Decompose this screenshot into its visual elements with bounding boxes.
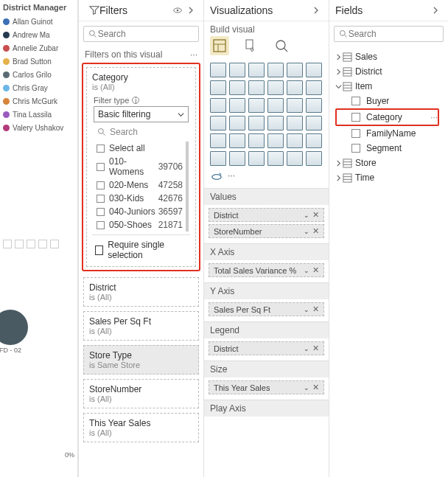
legend-item[interactable]: Brad Sutton: [3, 58, 77, 66]
table-node[interactable]: Sales: [335, 49, 442, 64]
remove-icon[interactable]: ✕: [312, 304, 319, 314]
viz-type-icon[interactable]: [306, 116, 322, 130]
viz-type-icon[interactable]: [210, 80, 226, 95]
viz-type-icon[interactable]: [267, 98, 284, 113]
viz-type-icon[interactable]: [306, 63, 322, 77]
collapse-icon[interactable]: [432, 7, 442, 14]
viz-type-icon[interactable]: [287, 80, 303, 95]
viz-type-icon[interactable]: [267, 63, 284, 77]
filter-value-row[interactable]: 040-Juniors36597: [94, 205, 186, 218]
table-node[interactable]: Store: [335, 156, 442, 170]
checkbox[interactable]: [97, 163, 105, 171]
field-pill[interactable]: District⌄✕: [209, 208, 324, 222]
viz-type-icon[interactable]: [229, 151, 245, 166]
remove-icon[interactable]: ✕: [312, 210, 319, 220]
viz-type-icon[interactable]: [248, 80, 265, 95]
filter-values-search[interactable]: Search: [94, 124, 189, 140]
legend-item[interactable]: Andrew Ma: [3, 31, 77, 39]
field-item[interactable]: FamilyName: [335, 126, 442, 141]
fields-search[interactable]: [334, 26, 444, 42]
chevron-down-icon[interactable]: ⌄: [304, 212, 309, 219]
table-node[interactable]: Time: [335, 170, 442, 185]
remove-icon[interactable]: ✕: [312, 226, 319, 236]
field-item[interactable]: Category···: [335, 108, 439, 126]
checkbox[interactable]: [97, 221, 105, 229]
collapse-icon[interactable]: [312, 7, 323, 14]
viz-type-icon[interactable]: [229, 116, 245, 130]
viz-type-icon[interactable]: [229, 98, 245, 113]
filter-value-row[interactable]: 050-Shoes21871: [94, 218, 186, 231]
viz-type-icon[interactable]: [210, 63, 226, 77]
viz-type-icon[interactable]: [248, 151, 265, 166]
checkbox[interactable]: [351, 144, 360, 153]
viz-type-icon[interactable]: [267, 151, 284, 166]
format-visual-tab[interactable]: [241, 36, 260, 55]
checkbox[interactable]: [351, 97, 360, 105]
field-pill[interactable]: District⌄✕: [209, 341, 324, 355]
field-pill[interactable]: Total Sales Variance %⌄✕: [209, 263, 324, 277]
viz-type-icon[interactable]: [306, 133, 322, 148]
visual-header-icons[interactable]: [3, 240, 59, 248]
viz-type-icon[interactable]: [306, 98, 322, 113]
viz-type-icon[interactable]: [229, 80, 245, 95]
viz-type-icon[interactable]: [287, 116, 303, 130]
legend-item[interactable]: Annelie Zubar: [3, 44, 77, 52]
checkbox[interactable]: [95, 246, 103, 255]
build-visual-tab[interactable]: [210, 36, 229, 55]
legend-item[interactable]: Carlos Grilo: [3, 71, 77, 79]
viz-type-icon[interactable]: [287, 63, 303, 77]
filter-card-category[interactable]: Category is (All) Filter type i Basic fi…: [86, 67, 196, 267]
filter-card[interactable]: StoreNumberis (All): [83, 379, 199, 408]
viz-type-icon[interactable]: [210, 98, 226, 113]
checkbox[interactable]: [97, 145, 105, 153]
legend-item[interactable]: Valery Ushakov: [3, 124, 77, 132]
chevron-down-icon[interactable]: ⌄: [304, 384, 309, 391]
viz-type-icon[interactable]: [287, 133, 303, 148]
field-pill[interactable]: StoreNumber⌄✕: [209, 224, 324, 238]
field-well[interactable]: Total Sales Variance %⌄✕: [204, 260, 329, 282]
viz-type-icon[interactable]: [306, 151, 322, 166]
filter-value-row[interactable]: 030-Kids42676: [94, 192, 186, 205]
checkbox[interactable]: [97, 181, 105, 189]
chart-bubble[interactable]: [0, 310, 28, 345]
viz-type-icon[interactable]: [248, 98, 265, 113]
filter-value-row[interactable]: 010-Womens39706: [94, 155, 186, 178]
field-well[interactable]: [204, 417, 329, 422]
field-well[interactable]: Sales Per Sq Ft⌄✕: [204, 299, 329, 321]
analytics-tab[interactable]: [272, 36, 291, 55]
chevron-down-icon[interactable]: ⌄: [304, 345, 309, 352]
chevron-down-icon[interactable]: ⌄: [304, 228, 309, 235]
caret-icon[interactable]: [335, 54, 343, 60]
field-well[interactable]: District⌄✕StoreNumber⌄✕: [204, 205, 329, 243]
filters-search[interactable]: [83, 26, 199, 42]
field-well[interactable]: This Year Sales⌄✕: [204, 377, 329, 400]
field-pill[interactable]: This Year Sales⌄✕: [209, 380, 324, 394]
viz-type-icon[interactable]: [248, 116, 265, 130]
filter-card[interactable]: This Year Salesis (All): [83, 413, 199, 442]
viz-type-icon[interactable]: [229, 133, 245, 148]
chevron-down-icon[interactable]: ⌄: [304, 306, 309, 313]
collapse-icon[interactable]: [187, 7, 197, 14]
field-pill[interactable]: Sales Per Sq Ft⌄✕: [209, 302, 324, 316]
viz-type-icon[interactable]: [267, 133, 284, 148]
more-icon[interactable]: ···: [228, 170, 235, 184]
viz-type-icon[interactable]: [248, 133, 265, 148]
field-item[interactable]: Buyer: [335, 94, 442, 108]
table-node[interactable]: District: [335, 64, 442, 79]
viz-type-icon[interactable]: [229, 63, 245, 77]
viz-type-icon[interactable]: [267, 116, 284, 130]
viz-type-icon[interactable]: [306, 80, 322, 95]
remove-icon[interactable]: ✕: [312, 265, 319, 275]
table-node[interactable]: Item: [335, 79, 442, 94]
viz-type-icon[interactable]: [267, 80, 284, 95]
eye-icon[interactable]: [172, 5, 183, 15]
filter-card[interactable]: Store Typeis Same Store: [83, 345, 199, 375]
checkbox[interactable]: [351, 113, 360, 122]
more-icon[interactable]: ···: [430, 112, 438, 122]
viz-type-icon[interactable]: [248, 63, 265, 77]
caret-icon[interactable]: [335, 160, 343, 167]
checkbox[interactable]: [97, 208, 105, 216]
legend-item[interactable]: Allan Guinot: [3, 18, 77, 26]
require-single-selection[interactable]: Require single selection: [92, 234, 190, 262]
caret-icon[interactable]: [335, 175, 343, 181]
